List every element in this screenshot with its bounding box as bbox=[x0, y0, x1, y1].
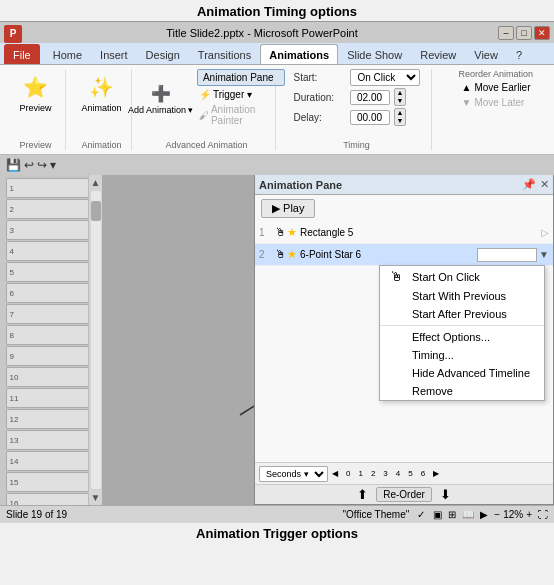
ctx-start-after-previous[interactable]: Start After Previous bbox=[380, 305, 544, 323]
app-title: Title Slide2.pptx - Microsoft PowerPoint bbox=[26, 27, 498, 39]
delay-up[interactable]: ▲ bbox=[395, 109, 406, 117]
ctx-start-with-previous[interactable]: Start With Previous bbox=[380, 287, 544, 305]
tab-transitions[interactable]: Transitions bbox=[189, 44, 260, 64]
duration-down[interactable]: ▼ bbox=[395, 97, 406, 105]
slide-thumb-7[interactable]: 7 bbox=[6, 304, 94, 324]
tab-file[interactable]: File bbox=[4, 44, 40, 64]
tab-slideshow[interactable]: Slide Show bbox=[338, 44, 411, 64]
animation-pane-title: Animation Pane bbox=[259, 179, 342, 191]
ctx-timing[interactable]: Timing... bbox=[380, 346, 544, 364]
scroll-thumb[interactable] bbox=[91, 201, 101, 221]
animation-icon: ✨ bbox=[86, 71, 118, 103]
scroll-down-arrow[interactable]: ▼ bbox=[89, 490, 103, 505]
ctx-start-on-click[interactable]: 🖱 Start On Click bbox=[380, 266, 544, 287]
fit-icon[interactable]: ⛶ bbox=[538, 509, 548, 520]
slide-thumb-9[interactable]: 9 bbox=[6, 346, 94, 366]
add-animation-button[interactable]: ➕ Add Animation ▾ bbox=[128, 79, 193, 117]
delay-down[interactable]: ▼ bbox=[395, 117, 406, 125]
ctx-start-after-previous-label: Start After Previous bbox=[412, 308, 507, 320]
slide-thumb-13[interactable]: 13 bbox=[6, 430, 94, 450]
delay-input[interactable] bbox=[350, 110, 390, 125]
slide-thumb-16[interactable]: 16 bbox=[6, 493, 94, 505]
slide-thumb-14[interactable]: 14 bbox=[6, 451, 94, 471]
duration-input[interactable] bbox=[350, 90, 390, 105]
duration-up[interactable]: ▲ bbox=[395, 89, 406, 97]
slide-thumb-4[interactable]: 4 bbox=[6, 241, 94, 261]
tab-design[interactable]: Design bbox=[137, 44, 189, 64]
animation-button[interactable]: ✨ Animation bbox=[79, 69, 123, 115]
ctx-effect-options[interactable]: Effect Options... bbox=[380, 328, 544, 346]
slides-panel: 1 2 3 4 5 6 7 8 9 10 11 12 13 14 15 16 1… bbox=[0, 175, 100, 505]
slide-thumb-11[interactable]: 11 bbox=[6, 388, 94, 408]
pane-close-button[interactable]: ✕ bbox=[540, 178, 549, 191]
save-btn[interactable]: 💾 bbox=[6, 158, 21, 172]
timeline-seconds-select[interactable]: Seconds ▾ bbox=[259, 466, 328, 482]
delay-spinner[interactable]: ▲ ▼ bbox=[394, 108, 407, 126]
reorder-up-icon[interactable]: ⬆ bbox=[357, 487, 368, 502]
move-later-button[interactable]: ▼ Move Later bbox=[458, 96, 527, 109]
qat-more-btn[interactable]: ▾ bbox=[50, 158, 56, 172]
close-btn[interactable]: ✕ bbox=[534, 26, 550, 40]
duration-label: Duration: bbox=[294, 92, 346, 103]
preview-button[interactable]: ⭐ Preview bbox=[16, 69, 56, 115]
slide-thumb-8[interactable]: 8 bbox=[6, 325, 94, 345]
anim-item-1-name: Rectangle 5 bbox=[300, 227, 541, 238]
slide-thumb-3[interactable]: 3 bbox=[6, 220, 94, 240]
zoom-out-icon[interactable]: − bbox=[494, 509, 500, 520]
ctx-hide-timeline[interactable]: Hide Advanced Timeline bbox=[380, 364, 544, 382]
preview-group-label: Preview bbox=[19, 136, 51, 150]
anim-item-2-dropdown[interactable]: ▼ bbox=[539, 249, 549, 260]
view-reading-icon[interactable]: 📖 bbox=[462, 509, 474, 520]
tick-4: 3 bbox=[383, 469, 387, 478]
minimize-btn[interactable]: – bbox=[498, 26, 514, 40]
start-select[interactable]: On Click bbox=[350, 69, 420, 86]
slide-thumb-5[interactable]: 5 bbox=[6, 262, 94, 282]
view-slide-sorter-icon[interactable]: ⊞ bbox=[448, 509, 456, 520]
tab-animations[interactable]: Animations bbox=[260, 44, 338, 64]
slide-thumb-10[interactable]: 10 bbox=[6, 367, 94, 387]
view-normal-icon[interactable]: ▣ bbox=[433, 509, 442, 520]
ctx-remove-label: Remove bbox=[412, 385, 453, 397]
undo-btn[interactable]: ↩ bbox=[24, 158, 34, 172]
trigger-button[interactable]: ⚡ Trigger ▾ bbox=[197, 88, 285, 101]
slide-thumb-12[interactable]: 12 bbox=[6, 409, 94, 429]
duration-spinner[interactable]: ▲ ▼ bbox=[394, 88, 407, 106]
tab-insert[interactable]: Insert bbox=[91, 44, 137, 64]
zoom-in-icon[interactable]: + bbox=[526, 509, 532, 520]
animation-painter-button[interactable]: 🖌 Animation Painter bbox=[197, 103, 285, 127]
redo-btn[interactable]: ↪ bbox=[37, 158, 47, 172]
view-slideshow-icon[interactable]: ▶ bbox=[480, 509, 488, 520]
scroll-up-arrow[interactable]: ▲ bbox=[89, 175, 103, 190]
tab-review[interactable]: Review bbox=[411, 44, 465, 64]
slide-thumb-2[interactable]: 2 bbox=[6, 199, 94, 219]
window-controls[interactable]: – □ ✕ bbox=[498, 26, 550, 40]
slide-info: Slide 19 of 19 bbox=[6, 509, 335, 520]
play-button[interactable]: ▶ Play bbox=[261, 199, 315, 218]
tab-view[interactable]: View bbox=[465, 44, 507, 64]
slide-thumb-15[interactable]: 15 bbox=[6, 472, 94, 492]
anim-item-1[interactable]: 1 🖱 ★ Rectangle 5 ▷ bbox=[255, 222, 553, 244]
qat-toolbar: 💾 ↩ ↪ ▾ bbox=[0, 155, 554, 175]
zoom-bar: − 12% + bbox=[494, 509, 532, 520]
ctx-remove[interactable]: Remove bbox=[380, 382, 544, 400]
anim-item-2[interactable]: 2 🖱 ★ 6-Point Star 6 ▼ bbox=[255, 244, 553, 266]
slide-thumb-6[interactable]: 6 bbox=[6, 283, 94, 303]
anim-item-2-bar bbox=[477, 248, 537, 262]
slide-area-vscroll[interactable]: ▲ ▼ bbox=[88, 175, 102, 505]
reorder-down-icon[interactable]: ⬇ bbox=[440, 487, 451, 502]
slide-thumb-1[interactable]: 1 bbox=[6, 178, 94, 198]
maximize-btn[interactable]: □ bbox=[516, 26, 532, 40]
reorder-button[interactable]: Re-Order bbox=[376, 487, 432, 502]
status-bar: Slide 19 of 19 "Office Theme" ✓ ▣ ⊞ 📖 ▶ … bbox=[0, 505, 554, 523]
theme-info: "Office Theme" bbox=[343, 509, 410, 520]
lightning-icon: ⚡ bbox=[199, 89, 211, 100]
move-earlier-button[interactable]: ▲ Move Earlier bbox=[458, 81, 533, 94]
status-check-icon: ✓ bbox=[417, 509, 425, 520]
timeline-bar: Seconds ▾ ◀ 0 1 2 3 4 5 6 ▶ bbox=[255, 462, 553, 484]
tab-home[interactable]: Home bbox=[44, 44, 91, 64]
animation-pane-button[interactable]: Animation Pane bbox=[197, 69, 285, 86]
tab-help[interactable]: ? bbox=[507, 44, 531, 64]
tick-2: 1 bbox=[358, 469, 362, 478]
pane-pin-icon[interactable]: 📌 bbox=[522, 178, 536, 191]
tick-6: 5 bbox=[408, 469, 412, 478]
